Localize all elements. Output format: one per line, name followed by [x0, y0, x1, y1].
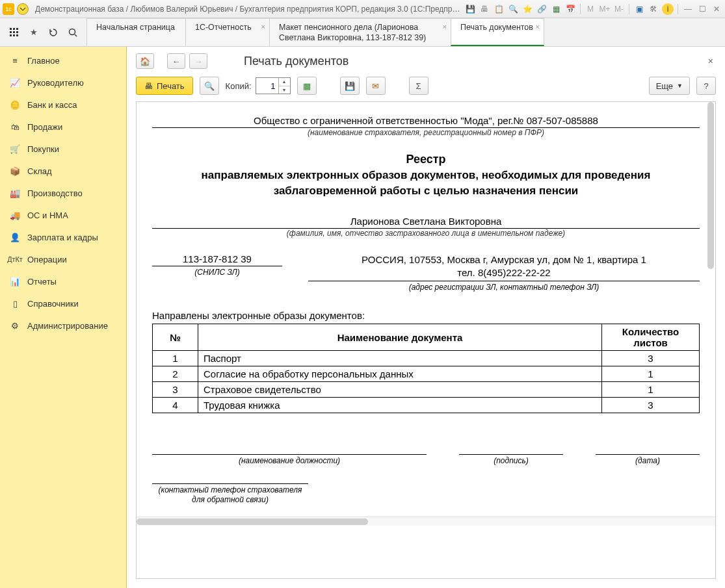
insured-person: Ларионова Светлана Викторовна	[152, 214, 700, 229]
mem-m[interactable]: M	[585, 3, 596, 15]
history-icon[interactable]	[47, 26, 60, 39]
apps-grid-icon[interactable]	[8, 26, 21, 39]
sidebar-item-manager[interactable]: 📈Руководителю	[0, 71, 126, 94]
home-button[interactable]: 🏠	[136, 53, 154, 69]
table-row: 1 Паспорт 3	[153, 351, 700, 366]
copies-step-up[interactable]: ▲	[279, 78, 290, 86]
chart-icon: 📊	[9, 275, 21, 287]
cell-count: 3	[602, 351, 700, 366]
svg-rect-8	[16, 34, 18, 36]
svg-rect-4	[13, 31, 15, 33]
sidebar-item-label: Справочники	[27, 299, 79, 309]
documents-table: № Наименование документа Количество лист…	[152, 324, 700, 413]
copies-input[interactable]	[256, 78, 278, 94]
search-icon[interactable]	[66, 26, 79, 39]
star-icon[interactable]: ★	[27, 26, 40, 39]
print-icon[interactable]: 🖶	[479, 3, 490, 15]
sidebar-item-assets[interactable]: 🚚ОС и НМА	[0, 204, 126, 226]
favorite-icon[interactable]: ⭐	[521, 3, 533, 15]
th-name: Наименование документа	[198, 324, 602, 351]
help-button[interactable]: ?	[696, 77, 716, 95]
printer-icon: 🖶	[144, 81, 153, 91]
horizontal-scrollbar[interactable]	[137, 517, 715, 526]
send-mail-button[interactable]: ✉	[366, 77, 386, 95]
truck-icon: 🚚	[9, 209, 21, 221]
cell-num: 2	[153, 366, 198, 382]
doc-heading-1: Реестр	[152, 153, 700, 166]
sidebar-item-label: Производство	[27, 188, 83, 198]
more-button[interactable]: Еще ▼	[649, 77, 690, 95]
link-icon[interactable]: 🔗	[536, 3, 547, 15]
sidebar-item-production[interactable]: 🏭Производство	[0, 182, 126, 204]
close-tab-icon[interactable]: ×	[536, 23, 540, 32]
th-count: Количество листов	[602, 324, 700, 351]
svg-point-9	[70, 29, 75, 34]
sidebar-item-label: Банк и касса	[27, 100, 77, 110]
tab-label: 1С-Отчетность	[195, 23, 252, 33]
sidebar-item-reports[interactable]: 📊Отчеты	[0, 270, 126, 292]
sidebar-item-bank[interactable]: 🪙Банк и касса	[0, 94, 126, 116]
calendar-icon[interactable]: 📅	[564, 3, 576, 15]
tabbar: ★ Начальная страница 1С-Отчетность × Мак…	[0, 18, 725, 47]
copy-icon[interactable]: 📋	[493, 3, 505, 15]
sidebar-item-warehouse[interactable]: 📦Склад	[0, 160, 126, 182]
print-button[interactable]: 🖶 Печать	[136, 77, 193, 95]
tab-1c-reporting[interactable]: 1С-Отчетность ×	[185, 18, 270, 46]
page-setup-button[interactable]: ▦	[297, 77, 317, 95]
document-body: Общество с ограниченной ответственностью…	[137, 102, 715, 517]
save-icon[interactable]: 💾	[464, 3, 476, 15]
sidebar-item-directories[interactable]: ▯Справочники	[0, 292, 126, 314]
svg-rect-2	[16, 28, 18, 30]
close-page-button[interactable]: ×	[705, 53, 716, 69]
close-tab-icon[interactable]: ×	[443, 23, 447, 32]
cell-num: 4	[153, 398, 198, 413]
gear-icon: ⚙	[9, 320, 21, 331]
sig-date-caption: (дата)	[596, 456, 700, 466]
table-row: 3 Страховое свидетельство 1	[153, 382, 700, 398]
tab-print-documents[interactable]: Печать документов ×	[451, 18, 544, 46]
document-viewport[interactable]: Общество с ограниченной ответственностью…	[136, 101, 716, 579]
sidebar-item-purchases[interactable]: 🛒Покупки	[0, 138, 126, 160]
sidebar-item-sales[interactable]: 🛍Продажи	[0, 116, 126, 138]
doc-heading-2: направляемых электронных образов докумен…	[176, 168, 676, 199]
forward-button[interactable]: →	[189, 53, 207, 69]
tools-icon[interactable]: 🛠	[648, 3, 659, 15]
sidebar-item-main[interactable]: ≡Главное	[0, 49, 126, 71]
cell-name: Страховое свидетельство	[198, 382, 602, 398]
mem-mplus[interactable]: M+	[599, 3, 611, 15]
maximize-button[interactable]: ☐	[696, 3, 708, 15]
tab-start-page[interactable]: Начальная страница	[86, 18, 186, 46]
sidebar-item-hr[interactable]: 👤Зарплата и кадры	[0, 226, 126, 248]
sidebar-item-operations[interactable]: ДтКтОперации	[0, 248, 126, 270]
sidebar-item-label: Покупки	[27, 144, 59, 154]
info-icon[interactable]: i	[662, 3, 674, 15]
sidebar-item-admin[interactable]: ⚙Администрирование	[0, 314, 126, 337]
sidebar-item-label: Продажи	[27, 122, 62, 132]
vertical-scrollbar[interactable]	[707, 102, 714, 269]
save-file-button[interactable]: 💾	[340, 77, 360, 95]
panels-icon[interactable]: ▣	[633, 3, 645, 15]
sidebar-item-label: ОС и НМА	[27, 211, 68, 220]
mem-mminus[interactable]: M-	[613, 3, 625, 15]
preview-button[interactable]: 🔍	[200, 77, 219, 95]
window-title: Демонстрационная база / Любимов Валерий …	[31, 5, 464, 14]
sig-position-caption: (наименование должности)	[152, 456, 427, 466]
sum-button[interactable]: Σ	[409, 77, 428, 95]
calc-icon[interactable]: ▦	[550, 3, 562, 15]
svg-rect-5	[16, 31, 18, 33]
tab-pension-layout[interactable]: Макет пенсионного дела (Ларионова Светла…	[269, 18, 451, 46]
sidebar-item-label: Главное	[27, 56, 60, 66]
close-tab-icon[interactable]: ×	[261, 23, 265, 32]
close-window-button[interactable]: ✕	[711, 3, 722, 15]
compare-icon[interactable]: 🔍	[507, 3, 519, 15]
address-caption: (адрес регистрации ЗЛ, контактный телефо…	[308, 283, 700, 292]
factory-icon: 🏭	[9, 187, 21, 199]
copies-stepper[interactable]: ▲ ▼	[256, 77, 291, 94]
svg-rect-7	[13, 34, 15, 36]
address-value: РОССИЯ, 107553, Москва г, Амурская ул, д…	[308, 252, 700, 282]
minimize-button[interactable]: —	[682, 3, 694, 15]
copies-step-down[interactable]: ▼	[279, 86, 290, 94]
titlebar: 1c Демонстрационная база / Любимов Валер…	[0, 0, 725, 18]
dropdown-circle-icon[interactable]	[17, 3, 29, 15]
back-button[interactable]: ←	[167, 53, 185, 69]
